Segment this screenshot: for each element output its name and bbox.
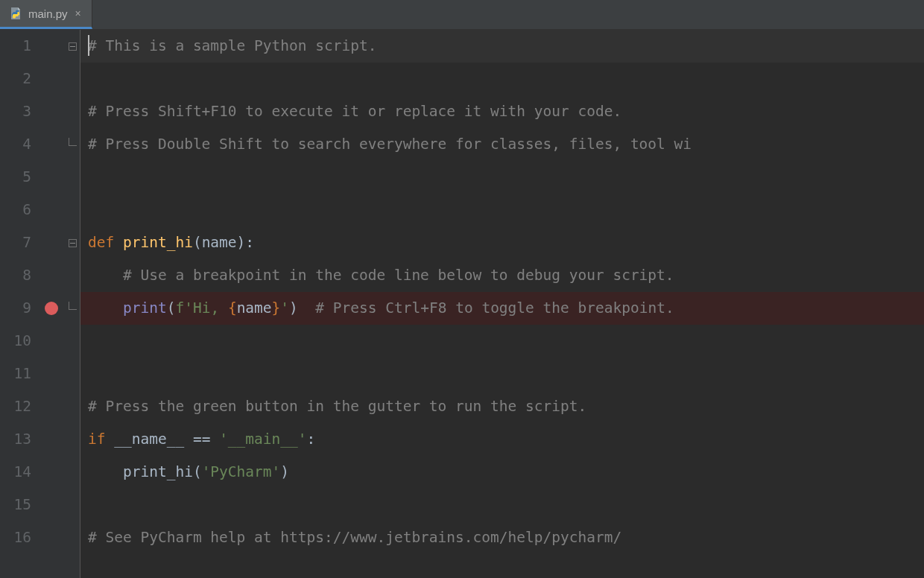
- fold-marker[interactable]: [66, 292, 80, 325]
- breakpoint-slot[interactable]: [37, 30, 66, 63]
- line-number[interactable]: 11: [0, 358, 31, 390]
- editor: 1 2 3 4 5 6 7 8 9 10 11 12 13 14 15 16: [0, 30, 924, 578]
- breakpoint-slot[interactable]: [37, 226, 66, 259]
- code-line: # Press the green button in the gutter t…: [80, 390, 924, 423]
- line-number[interactable]: 12: [0, 390, 31, 423]
- breakpoint-slot[interactable]: [37, 489, 66, 521]
- code-line: # See PyCharm help at https://www.jetbra…: [80, 521, 924, 554]
- breakpoint-slot[interactable]: [37, 292, 66, 325]
- line-number-column: 1 2 3 4 5 6 7 8 9 10 11 12 13 14 15 16: [0, 30, 37, 578]
- code-line: [80, 325, 924, 358]
- fold-column: [66, 30, 80, 578]
- gutter: 1 2 3 4 5 6 7 8 9 10 11 12 13 14 15 16: [0, 30, 80, 578]
- code-line: # Use a breakpoint in the code line belo…: [80, 259, 924, 292]
- code-line: # This is a sample Python script.: [80, 30, 924, 63]
- python-file-icon: [9, 7, 22, 20]
- breakpoint-slot[interactable]: [37, 358, 66, 390]
- breakpoint-slot[interactable]: [37, 63, 66, 95]
- text-caret: [88, 35, 89, 56]
- fold-end-icon: [69, 302, 77, 310]
- code-line: print_hi('PyCharm'): [80, 456, 924, 489]
- breakpoint-slot[interactable]: [37, 390, 66, 423]
- breakpoint-column: [37, 30, 66, 578]
- line-number[interactable]: 15: [0, 489, 31, 521]
- breakpoint-slot[interactable]: [37, 456, 66, 489]
- breakpoint-slot[interactable]: [37, 161, 66, 194]
- breakpoint-slot[interactable]: [37, 423, 66, 456]
- tab-label: main.py: [28, 7, 68, 20]
- code-line: # Press Double Shift to search everywher…: [80, 128, 924, 161]
- breakpoint-slot[interactable]: [37, 194, 66, 226]
- code-line: print(f'Hi, {name}') # Press Ctrl+F8 to …: [80, 292, 924, 325]
- breakpoint-slot[interactable]: [37, 521, 66, 554]
- fold-marker[interactable]: [66, 128, 80, 161]
- code-line: [80, 161, 924, 194]
- close-icon[interactable]: ×: [74, 7, 83, 19]
- code-line: # Press Shift+F10 to execute it or repla…: [80, 95, 924, 128]
- fold-marker[interactable]: [66, 226, 80, 259]
- line-number[interactable]: 9: [0, 292, 31, 325]
- breakpoint-slot[interactable]: [37, 325, 66, 358]
- line-number[interactable]: 16: [0, 521, 31, 554]
- line-number[interactable]: 13: [0, 423, 31, 456]
- line-number[interactable]: 4: [0, 128, 31, 161]
- line-number[interactable]: 2: [0, 63, 31, 95]
- line-number[interactable]: 14: [0, 456, 31, 489]
- line-number[interactable]: 7: [0, 226, 31, 259]
- breakpoint-slot[interactable]: [37, 95, 66, 128]
- code-area[interactable]: # This is a sample Python script. # Pres…: [80, 30, 924, 578]
- code-line: def print_hi(name):: [80, 226, 924, 259]
- line-number[interactable]: 10: [0, 325, 31, 358]
- line-number[interactable]: 1: [0, 30, 31, 63]
- code-line: [80, 358, 924, 390]
- fold-collapse-icon[interactable]: [69, 239, 77, 247]
- line-number[interactable]: 6: [0, 194, 31, 226]
- breakpoint-slot[interactable]: [37, 259, 66, 292]
- line-number[interactable]: 5: [0, 161, 31, 194]
- breakpoint-slot[interactable]: [37, 128, 66, 161]
- fold-marker[interactable]: [66, 30, 80, 63]
- tab-main-py[interactable]: main.py ×: [0, 0, 92, 29]
- line-number[interactable]: 3: [0, 95, 31, 128]
- line-number[interactable]: 8: [0, 259, 31, 292]
- code-line: [80, 194, 924, 226]
- fold-end-icon: [69, 138, 77, 146]
- breakpoint-icon[interactable]: [45, 302, 58, 315]
- code-line: [80, 63, 924, 95]
- code-line: [80, 489, 924, 521]
- tab-bar: main.py ×: [0, 0, 924, 30]
- code-line: if __name__ == '__main__':: [80, 423, 924, 456]
- fold-collapse-icon[interactable]: [69, 42, 77, 51]
